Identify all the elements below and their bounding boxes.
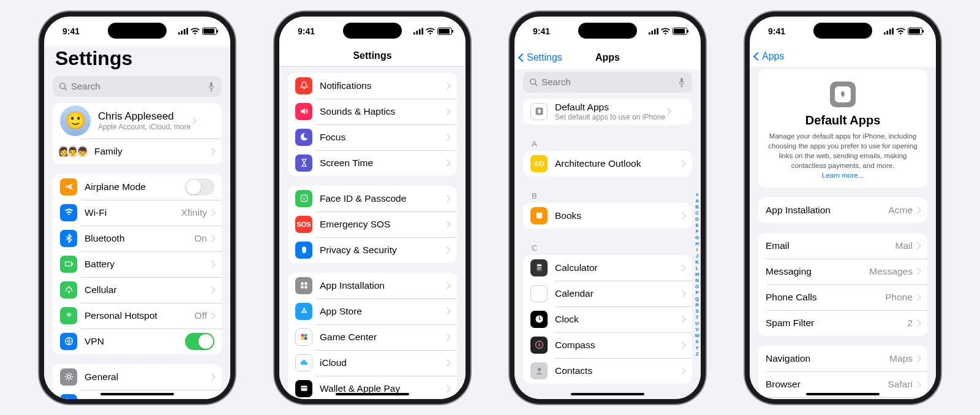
screen: Default Apps Manage your default apps fo… xyxy=(750,67,936,399)
svg-rect-7 xyxy=(65,262,71,266)
index-strip[interactable]: #ABCDEFGHIJKLMNOPQRSTUVWXYZ xyxy=(695,192,699,357)
row-label: Focus xyxy=(320,132,445,143)
svg-rect-37 xyxy=(654,29,656,34)
settings-row[interactable]: Cellular xyxy=(53,277,222,303)
mic-icon[interactable] xyxy=(207,82,216,91)
profile-row[interactable]: 🙂 Chris Appleseed Apple Account, iCloud,… xyxy=(53,103,222,139)
default-apps-sublabel: Set default apps to use on iPhone xyxy=(555,113,665,121)
settings-row[interactable]: AOArchitecture Outlook xyxy=(523,151,692,177)
settings-row[interactable]: App Store xyxy=(288,299,457,324)
phone-settings-main: 9:41 Settings 🙂 Chris Appleseed Apple Ac… xyxy=(39,12,235,404)
svg-rect-18 xyxy=(301,195,307,201)
settings-row[interactable]: iCloud xyxy=(288,350,457,376)
settings-row[interactable]: BluetoothOn xyxy=(53,226,222,251)
svg-line-40 xyxy=(535,83,538,86)
settings-row[interactable]: Notifications xyxy=(288,73,457,99)
row-label: Battery xyxy=(85,259,209,270)
settings-row[interactable]: Contacts xyxy=(523,358,692,384)
settings-row[interactable]: Focus xyxy=(288,124,457,150)
chevron-right-icon xyxy=(208,312,215,319)
toggle[interactable] xyxy=(185,178,214,196)
row-value: Maps xyxy=(889,353,913,364)
chevron-right-icon xyxy=(914,207,921,213)
settings-row[interactable]: EmailMail xyxy=(758,233,927,259)
row-label: App Installation xyxy=(766,205,888,216)
svg-point-46 xyxy=(538,267,540,268)
row-label: Contacts xyxy=(555,365,680,376)
back-button[interactable]: Settings xyxy=(519,52,562,63)
hero-icon xyxy=(830,82,856,107)
settings-row[interactable]: Wi-FiXfinity xyxy=(53,200,222,226)
signal-icon xyxy=(413,28,423,35)
search-input[interactable] xyxy=(541,77,674,87)
hero-description: Manage your default apps for iPhone, inc… xyxy=(758,128,927,172)
settings-row[interactable]: Face ID & Passcode xyxy=(288,186,457,211)
row-label: Accessibility xyxy=(85,397,209,399)
contact-icon xyxy=(530,362,548,379)
nav-title: Settings xyxy=(353,50,391,61)
row-label: Books xyxy=(555,210,680,221)
settings-row[interactable]: Privacy & Security xyxy=(288,237,457,263)
search-input[interactable] xyxy=(71,81,203,91)
status-time: 9:41 xyxy=(533,26,550,36)
svg-point-4 xyxy=(60,83,66,88)
home-indicator[interactable] xyxy=(100,393,174,395)
settings-row[interactable]: Spam Filter2 xyxy=(758,310,927,336)
settings-row[interactable]: Wallet & Apple Pay xyxy=(288,376,457,399)
settings-row[interactable]: Screen Time xyxy=(288,150,457,176)
toggle[interactable] xyxy=(185,333,214,350)
settings-row[interactable]: TranslationTranslate xyxy=(758,397,927,399)
search-icon xyxy=(59,82,67,91)
default-apps-row[interactable]: Default Apps Set default apps to use on … xyxy=(523,99,692,124)
settings-row[interactable]: Calculator xyxy=(523,255,692,281)
settings-row[interactable]: Books xyxy=(523,203,692,229)
settings-row[interactable]: Sounds & Haptics xyxy=(288,99,457,124)
mic-icon[interactable] xyxy=(677,77,686,87)
status-time: 9:41 xyxy=(62,26,80,36)
settings-row[interactable]: Personal HotspotOff xyxy=(53,303,222,329)
row-value: 2 xyxy=(907,318,913,329)
learn-more-link[interactable]: Learn more... xyxy=(758,172,927,188)
settings-row[interactable]: Airplane Mode xyxy=(53,174,222,200)
dynamic-island xyxy=(813,23,872,39)
settings-row[interactable]: General xyxy=(53,364,222,390)
home-indicator[interactable] xyxy=(571,393,644,395)
icloud-icon xyxy=(295,354,312,371)
home-indicator[interactable] xyxy=(336,393,409,395)
svg-point-50 xyxy=(540,268,541,270)
settings-row[interactable]: Phone CallsPhone xyxy=(758,284,927,310)
row-label: Screen Time xyxy=(320,158,445,169)
row-label: Cellular xyxy=(85,284,209,295)
settings-row[interactable]: VPN xyxy=(53,329,222,354)
svg-point-45 xyxy=(537,267,538,268)
row-label: Email xyxy=(766,240,895,251)
wifi-icon xyxy=(60,204,77,221)
settings-row[interactable]: Compass xyxy=(523,332,692,358)
settings-row[interactable]: SOSEmergency SOS xyxy=(288,211,457,237)
battery-icon xyxy=(437,28,452,35)
search-bar[interactable] xyxy=(53,76,222,97)
settings-row[interactable]: Battery xyxy=(53,251,222,277)
back-button[interactable]: Apps xyxy=(755,51,784,62)
svg-rect-1 xyxy=(181,31,183,34)
settings-row[interactable]: Clock xyxy=(523,306,692,332)
chevron-right-icon xyxy=(208,261,215,267)
home-indicator[interactable] xyxy=(806,393,880,395)
battery-icon xyxy=(673,28,687,35)
chevron-right-icon xyxy=(679,367,685,374)
settings-row[interactable]: NavigationMaps xyxy=(758,346,927,371)
family-row[interactable]: 👩👨👦 Family xyxy=(53,139,222,164)
appstore-group: App InstallationApp StoreGame CenteriClo… xyxy=(288,273,457,399)
settings-row[interactable]: 28Calendar xyxy=(523,281,692,306)
chevron-right-icon xyxy=(208,209,215,216)
search-bar[interactable] xyxy=(523,72,692,93)
nav-bar: Apps xyxy=(750,46,936,67)
settings-row[interactable]: Game Center xyxy=(288,324,457,350)
vpn-icon xyxy=(60,333,77,350)
row-value: Off xyxy=(195,310,207,321)
svg-rect-14 xyxy=(413,32,415,34)
chevron-right-icon xyxy=(443,134,450,140)
settings-row[interactable]: App InstallationAcme xyxy=(758,197,927,223)
settings-row[interactable]: App Installation xyxy=(288,273,457,299)
settings-row[interactable]: MessagingMessages xyxy=(758,259,927,284)
